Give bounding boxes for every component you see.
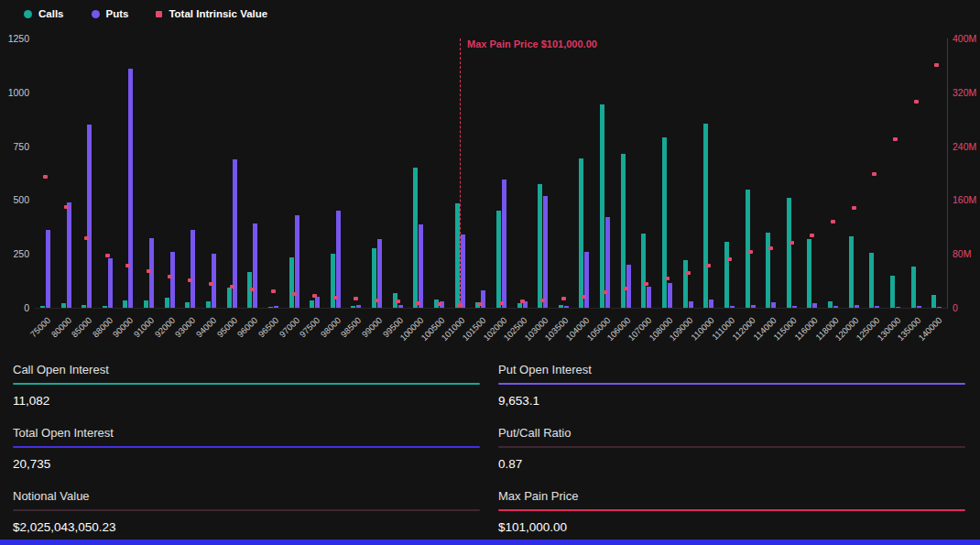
calls-bar[interactable] [890,276,895,308]
puts-bar[interactable] [833,306,838,308]
puts-bar[interactable] [356,305,361,309]
tiv-marker[interactable] [396,300,400,303]
tiv-marker[interactable] [168,275,172,278]
puts-bar[interactable] [253,223,257,308]
tiv-marker[interactable] [147,269,151,273]
legend-item-puts[interactable]: Puts [92,8,129,19]
calls-bar[interactable] [103,306,107,308]
tiv-marker[interactable] [789,241,794,245]
puts-bar[interactable] [502,180,506,308]
puts-bar[interactable] [543,196,548,308]
tiv-marker[interactable] [934,63,939,67]
puts-bar[interactable] [564,306,569,308]
puts-bar[interactable] [398,305,403,309]
calls-bar[interactable] [828,301,833,308]
puts-bar[interactable] [584,252,589,308]
calls-bar[interactable] [849,236,854,308]
tiv-marker[interactable] [375,299,379,302]
calls-bar[interactable] [289,257,294,308]
tiv-marker[interactable] [831,220,835,223]
tiv-marker[interactable] [230,285,234,289]
tiv-marker[interactable] [437,302,441,306]
calls-bar[interactable] [455,203,460,308]
tiv-marker[interactable] [686,271,691,275]
calls-bar[interactable] [559,305,563,309]
puts-bar[interactable] [377,239,382,308]
puts-bar[interactable] [855,305,859,309]
puts-bar[interactable] [46,230,50,308]
tiv-marker[interactable] [748,250,753,254]
calls-bar[interactable] [310,300,314,308]
calls-bar[interactable] [144,300,148,308]
tiv-marker[interactable] [561,297,566,300]
puts-bar[interactable] [875,306,879,308]
puts-bar[interactable] [461,234,465,308]
tiv-marker[interactable] [354,297,358,300]
calls-bar[interactable] [911,267,916,308]
tiv-marker[interactable] [520,300,525,303]
calls-bar[interactable] [206,301,211,308]
tiv-marker[interactable] [271,289,276,293]
calls-bar[interactable] [683,260,688,308]
tiv-marker[interactable] [852,206,856,210]
calls-bar[interactable] [766,233,770,308]
tiv-marker[interactable] [914,100,919,104]
tiv-marker[interactable] [665,277,670,280]
calls-bar[interactable] [123,300,127,308]
calls-bar[interactable] [227,288,232,308]
tiv-marker[interactable] [416,301,420,305]
tiv-marker[interactable] [312,294,317,298]
tiv-marker[interactable] [893,137,898,141]
puts-bar[interactable] [792,306,797,308]
calls-bar[interactable] [268,307,273,308]
calls-bar[interactable] [82,305,86,309]
tiv-marker[interactable] [624,287,628,290]
tiv-marker[interactable] [250,288,255,291]
calls-bar[interactable] [724,242,729,308]
puts-bar[interactable] [896,307,900,308]
tiv-marker[interactable] [64,205,69,209]
calls-bar[interactable] [61,303,66,308]
puts-bar[interactable] [128,69,133,308]
tiv-marker[interactable] [727,257,732,261]
tiv-marker[interactable] [499,301,504,305]
calls-bar[interactable] [351,306,355,308]
tiv-marker[interactable] [540,299,545,302]
tiv-marker[interactable] [644,282,648,286]
calls-bar[interactable] [331,254,335,308]
calls-bar[interactable] [517,303,522,308]
calls-bar[interactable] [538,184,542,308]
calls-bar[interactable] [600,104,604,308]
puts-bar[interactable] [937,307,942,308]
puts-bar[interactable] [668,283,672,308]
calls-bar[interactable] [621,154,626,308]
puts-bar[interactable] [709,300,713,308]
puts-bar[interactable] [771,302,776,308]
puts-bar[interactable] [647,287,651,309]
puts-bar[interactable] [751,305,756,309]
puts-bar[interactable] [419,224,423,308]
tiv-marker[interactable] [333,296,338,300]
calls-bar[interactable] [746,190,750,308]
tiv-marker[interactable] [706,264,711,267]
calls-bar[interactable] [787,198,791,308]
tiv-marker[interactable] [603,290,607,294]
calls-bar[interactable] [40,306,45,308]
calls-bar[interactable] [662,137,667,308]
calls-bar[interactable] [807,239,811,308]
calls-bar[interactable] [165,298,169,308]
tiv-marker[interactable] [43,175,48,179]
puts-bar[interactable] [315,297,320,308]
legend-item-calls[interactable]: Calls [24,8,64,19]
tiv-marker[interactable] [810,234,814,237]
tiv-marker[interactable] [209,282,213,286]
calls-bar[interactable] [641,234,646,308]
puts-bar[interactable] [87,125,92,308]
legend-item-total-intrinsic-value[interactable]: Total Intrinsic Value [156,8,267,19]
tiv-marker[interactable] [292,292,297,296]
puts-bar[interactable] [336,211,341,308]
puts-bar[interactable] [170,252,175,308]
puts-bar[interactable] [191,230,195,308]
calls-bar[interactable] [413,168,418,308]
puts-bar[interactable] [67,202,71,308]
